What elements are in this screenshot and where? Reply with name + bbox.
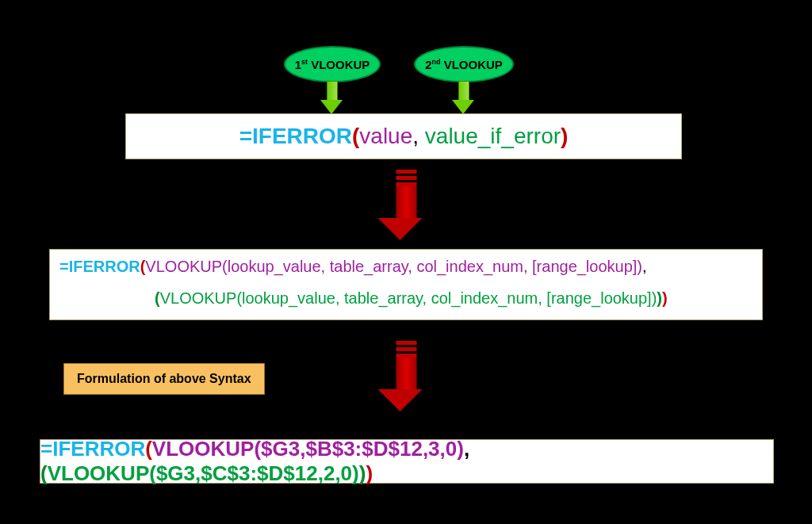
badge-second-vlookup: 2nd VLOOKUP	[414, 46, 514, 82]
badge1-text: 1st VLOOKUP	[295, 58, 370, 71]
red-arrow-1	[390, 170, 423, 240]
green-arrow-2-head	[452, 100, 474, 114]
badge-first-vlookup: 1st VLOOKUP	[284, 46, 381, 82]
label-formulation: Formulation of above Syntax	[63, 363, 265, 395]
label-formulation-text: Formulation of above Syntax	[77, 372, 251, 385]
red-arrow-2	[390, 341, 423, 411]
green-arrow-1-body	[327, 81, 338, 101]
formula-box-nested-syntax: =IFERROR(VLOOKUP(lookup_value, table_arr…	[49, 249, 763, 320]
formula2-line1: =IFERROR(VLOOKUP(lookup_value, table_arr…	[59, 256, 753, 277]
formula2-line2: (VLOOKUP(lookup_value, table_array, col_…	[59, 277, 753, 308]
formula1-text: =IFERROR(value, value_if_error)	[239, 124, 569, 149]
badge2-text: 2nd VLOOKUP	[425, 58, 503, 71]
formula-box-iferror-syntax: =IFERROR(value, value_if_error)	[125, 113, 682, 159]
formula-box-final: =IFERROR(VLOOKUP($G3,$B$3:$D$12,3,0),(VL…	[40, 439, 774, 484]
green-arrow-1-head	[320, 100, 343, 114]
green-arrow-2-body	[458, 81, 469, 101]
formula3-text: =IFERROR(VLOOKUP($G3,$B$3:$D$12,3,0),(VL…	[40, 437, 773, 486]
